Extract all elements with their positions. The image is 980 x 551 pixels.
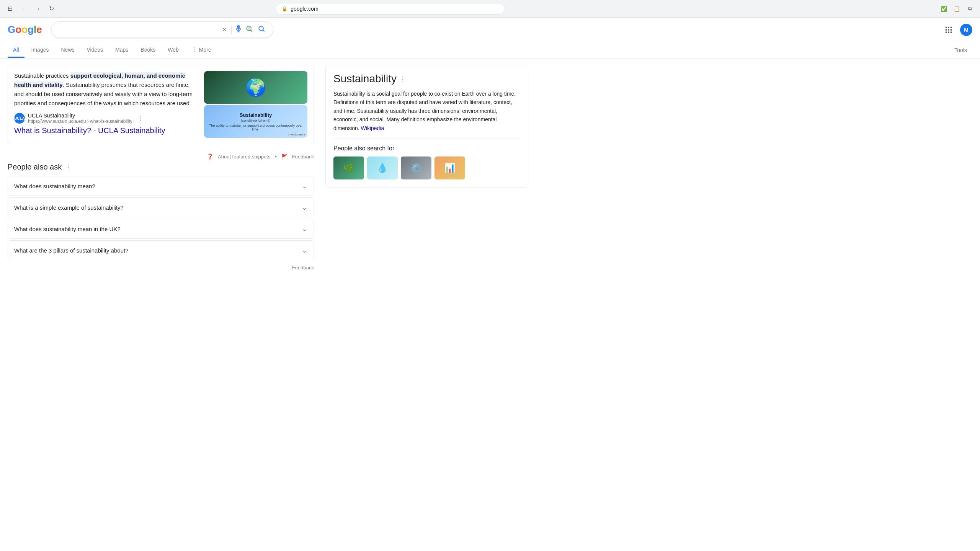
- svg-point-3: [247, 27, 250, 30]
- tools-tab[interactable]: Tools: [949, 43, 972, 57]
- tab-maps[interactable]: Maps: [110, 43, 134, 58]
- about-snippets-link[interactable]: About featured snippets: [218, 154, 270, 160]
- people-ask-more-btn[interactable]: ⋮: [65, 163, 72, 171]
- kp-thumb-2[interactable]: 💧: [367, 156, 398, 179]
- lock-icon: 🔒: [282, 6, 287, 11]
- svg-rect-12: [951, 29, 952, 31]
- tab-more-label: More: [199, 47, 211, 53]
- snippet-link[interactable]: What is Sustainability? - UCLA Sustainab…: [14, 126, 196, 135]
- more-dots-icon: ⋮: [191, 46, 197, 53]
- source-info: UCLA Sustainability https://www.sustain.…: [28, 112, 132, 124]
- tab-news[interactable]: News: [56, 43, 80, 58]
- tab-more[interactable]: ⋮ More: [186, 42, 217, 58]
- source-more-options-btn[interactable]: ⋮: [136, 114, 145, 123]
- svg-line-6: [263, 30, 264, 31]
- kp-thumb-1[interactable]: 🌿: [333, 156, 364, 179]
- img-info-definition: The ability to maintain or support a pro…: [207, 124, 304, 131]
- kp-more-btn[interactable]: ⋮: [400, 75, 406, 83]
- reload-btn[interactable]: ↻: [46, 3, 57, 14]
- header-right: M: [942, 23, 972, 37]
- source-name: UCLA Sustainability: [28, 112, 132, 119]
- snippet-image-nature[interactable]: 🌍: [204, 71, 307, 104]
- kp-images: 🌿 💧 ⚙️ 📊: [333, 156, 520, 179]
- kp-section-title: People also search for: [333, 145, 520, 152]
- svg-point-5: [259, 26, 263, 31]
- right-column: Sustainability ⋮ Sustainability is a soc…: [325, 65, 528, 280]
- faq-chevron-4: ⌄: [302, 246, 307, 254]
- people-also-ask: People also ask ⋮ What does sustainabili…: [8, 163, 314, 274]
- tab-videos[interactable]: Videos: [82, 43, 109, 58]
- faq-item-4: What are the 3 pillars of sustainability…: [8, 240, 314, 260]
- tab-books[interactable]: Books: [135, 43, 161, 58]
- people-ask-title: People also ask: [8, 163, 62, 171]
- kp-thumb-3[interactable]: ⚙️: [401, 156, 431, 179]
- snippet-text-before: Sustainable practices: [14, 72, 70, 79]
- knowledge-panel: Sustainability ⋮ Sustainability is a soc…: [325, 65, 528, 187]
- svg-rect-13: [946, 31, 947, 33]
- tab-web[interactable]: Web: [162, 43, 184, 58]
- faq-question-4-text: What are the 3 pillars of sustainability…: [14, 247, 129, 254]
- svg-rect-14: [948, 31, 949, 33]
- apps-button[interactable]: [942, 23, 956, 37]
- forward-btn[interactable]: →: [32, 3, 43, 14]
- logo-o2: o: [21, 24, 28, 35]
- main-content: Sustainable practices support ecological…: [0, 59, 536, 286]
- faq-question-4[interactable]: What are the 3 pillars of sustainability…: [8, 241, 314, 260]
- extension-btn-2[interactable]: 📋: [952, 3, 962, 14]
- img-info-title: Sustainability: [240, 112, 272, 118]
- kp-thumb-4[interactable]: 📊: [434, 156, 465, 179]
- back-btn[interactable]: ←: [18, 3, 29, 14]
- faq-item-3: What does sustainability mean in the UK?…: [8, 219, 314, 239]
- kp-divider: [333, 139, 520, 139]
- svg-rect-10: [946, 29, 947, 31]
- extension-btn-1[interactable]: ✅: [939, 3, 949, 14]
- faq-question-3[interactable]: What does sustainability mean in the UK?…: [8, 219, 314, 238]
- bottom-feedback-label[interactable]: Feedback: [292, 265, 314, 271]
- globe-icon: 🌍: [245, 78, 266, 98]
- faq-question-3-text: What does sustainability mean in the UK?: [14, 226, 121, 232]
- svg-rect-7: [946, 26, 947, 28]
- logo-g2: g: [28, 24, 34, 35]
- svg-rect-15: [951, 31, 952, 33]
- svg-line-4: [250, 30, 252, 31]
- svg-rect-11: [948, 29, 949, 31]
- faq-chevron-3: ⌄: [302, 225, 307, 233]
- browser-chrome: ⊟ ← → ↻ 🔒 google.com ✅ 📋 ⧉: [0, 0, 980, 18]
- feedback-link[interactable]: Feedback: [292, 154, 314, 160]
- google-logo: Google: [8, 24, 42, 36]
- bottom-feedback: Feedback: [8, 262, 314, 274]
- tab-btn[interactable]: ⧉: [965, 3, 975, 14]
- search-divider: [231, 25, 232, 34]
- svg-rect-9: [951, 26, 952, 28]
- search-button[interactable]: [256, 25, 267, 34]
- kp-title-text: Sustainability: [333, 73, 397, 85]
- faq-question-2[interactable]: What is a simple example of sustainabili…: [8, 198, 314, 217]
- google-header: Google sustainability ×: [0, 18, 980, 42]
- feedback-icon: 🚩: [281, 154, 287, 160]
- kp-wikipedia-link[interactable]: Wikipedia: [361, 125, 384, 131]
- address-bar[interactable]: 🔒 google.com: [275, 3, 505, 15]
- clear-search-button[interactable]: ×: [221, 26, 228, 34]
- sidebar-toggle-btn[interactable]: ⊟: [5, 3, 15, 14]
- faq-item-2: What is a simple example of sustainabili…: [8, 197, 314, 217]
- avatar[interactable]: M: [960, 24, 972, 36]
- source-url: https://www.sustain.ucla.edu › what-is-s…: [28, 119, 132, 124]
- search-input[interactable]: sustainability: [58, 26, 218, 33]
- faq-chevron-1: ⌄: [302, 182, 307, 190]
- tab-all[interactable]: All: [8, 43, 24, 58]
- feedback-separator: •: [275, 154, 277, 160]
- faq-chevron-2: ⌄: [302, 203, 307, 212]
- faq-question-1[interactable]: What does sustainability mean? ⌄: [8, 176, 314, 196]
- snippet-image-info[interactable]: Sustainability [sə-stā-nə-bil-ə-tē] The …: [204, 105, 307, 138]
- featured-snippet: Sustainable practices support ecological…: [8, 65, 314, 144]
- question-icon: ❓: [207, 153, 213, 160]
- mic-button[interactable]: [235, 25, 242, 34]
- kp-title-row: Sustainability ⋮: [333, 73, 520, 85]
- tab-books-label: Books: [140, 47, 155, 53]
- left-column: Sustainable practices support ecological…: [8, 65, 314, 280]
- tab-images[interactable]: Images: [26, 43, 54, 58]
- lens-button[interactable]: [245, 25, 253, 34]
- logo-g: G: [8, 24, 15, 35]
- search-bar[interactable]: sustainability ×: [51, 21, 273, 38]
- search-tabs: All Images News Videos Maps Books Web ⋮ …: [0, 42, 980, 59]
